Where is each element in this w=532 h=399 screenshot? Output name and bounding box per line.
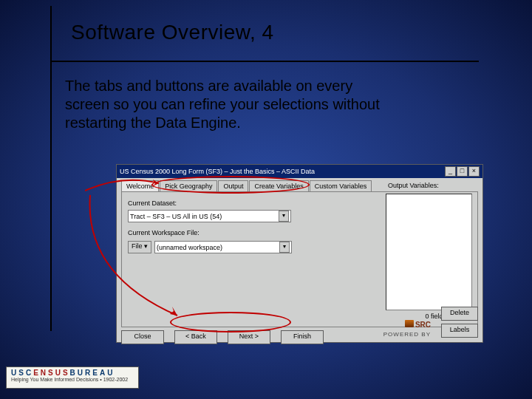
slide-title: Software Overview, 4	[71, 21, 274, 44]
src-icon	[405, 320, 414, 327]
tab-pick-geography[interactable]: Pick Geography	[160, 180, 217, 192]
tab-output[interactable]: Output	[218, 180, 248, 192]
workspace-label: Current Workspace File:	[128, 229, 200, 236]
dataset-value: Tract – SF3 – US All in US (54)	[130, 213, 222, 220]
titlebar: US Census 2000 Long Form (SF3) – Just th…	[117, 165, 482, 178]
maximize-button[interactable]: □	[457, 166, 468, 177]
rule-vertical	[50, 6, 52, 331]
chevron-down-icon: ▾	[279, 242, 290, 253]
tab-create-variables[interactable]: Create Variables	[249, 180, 308, 192]
next-button[interactable]: Next >	[228, 330, 270, 344]
back-button[interactable]: < Back	[174, 330, 217, 344]
census-bureau-logo: USCENSUSBUREAU Helping You Make Informed…	[6, 366, 139, 389]
dataset-label: Current Dataset:	[128, 200, 177, 207]
rule-horizontal	[50, 61, 479, 62]
workspace-combo[interactable]: (unnamed workspace) ▾	[154, 241, 292, 253]
chevron-down-icon: ▾	[279, 211, 289, 222]
powered-by-label: POWERED BY	[383, 331, 431, 338]
finish-button[interactable]: Finish	[281, 330, 324, 344]
output-vars-listbox[interactable]	[386, 194, 472, 310]
labels-button[interactable]: Labels	[441, 324, 478, 338]
window-title: US Census 2000 Long Form (SF3) – Just th…	[120, 168, 315, 175]
logo-tagline: Helping You Make Informed Decisions • 19…	[11, 377, 134, 382]
tab-welcome[interactable]: Welcome	[121, 180, 159, 192]
close-window-button[interactable]: ×	[468, 166, 480, 177]
slide-body-text: The tabs and buttons are available on ev…	[65, 77, 383, 132]
minimize-button[interactable]: _	[445, 166, 456, 177]
src-logo: SRC	[405, 320, 431, 329]
delete-button[interactable]: Delete	[441, 307, 478, 321]
output-vars-label: Output Variables:	[388, 182, 439, 189]
tab-panel: Current Dataset: Tract – SF3 – US All in…	[121, 191, 478, 327]
app-window: US Census 2000 Long Form (SF3) – Just th…	[116, 164, 483, 343]
dataset-combo[interactable]: Tract – SF3 – US All in US (54) ▾	[128, 210, 291, 222]
file-menu-button[interactable]: File ▾	[128, 241, 151, 253]
tab-custom-variables[interactable]: Custom Variables	[310, 180, 372, 192]
close-button[interactable]: Close	[121, 330, 164, 344]
workspace-value: (unnamed workspace)	[157, 244, 222, 251]
